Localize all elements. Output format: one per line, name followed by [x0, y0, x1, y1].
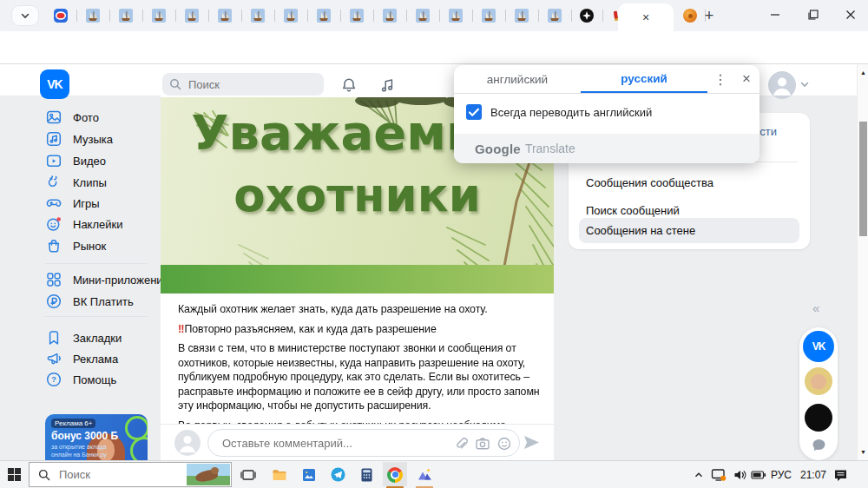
partial-link[interactable]: сти — [760, 125, 777, 138]
collapse-chevrons-icon[interactable]: « — [812, 300, 819, 315]
tab-ship-14[interactable] — [505, 4, 538, 27]
photos-app-button[interactable] — [297, 461, 321, 488]
popup-close-icon[interactable]: × — [733, 65, 760, 93]
vk-logo[interactable]: VK — [40, 69, 69, 99]
tab-close-icon[interactable]: × — [642, 10, 649, 24]
checkbox-checked-icon[interactable] — [466, 104, 482, 120]
tab-media[interactable] — [45, 4, 76, 27]
sidebar-item-help[interactable]: ?Помощь — [45, 369, 158, 390]
telegram-button[interactable] — [326, 461, 350, 488]
chevron-down-icon[interactable] — [799, 79, 810, 89]
tab-english[interactable]: английский — [454, 65, 581, 93]
sidebar-item-video[interactable]: Видео — [45, 150, 158, 171]
paperclip-icon[interactable] — [453, 436, 469, 452]
always-translate-row[interactable]: Всегда переводить английский — [466, 104, 652, 120]
battery-button[interactable] — [748, 461, 769, 488]
vk-search-input[interactable] — [187, 77, 303, 92]
send-icon[interactable] — [523, 435, 540, 450]
smiley-icon[interactable] — [496, 436, 512, 452]
taskbar-search-input[interactable] — [57, 467, 165, 482]
tab-russian[interactable]: русский — [581, 65, 707, 93]
popup-kebab-icon[interactable]: ⋮ — [707, 65, 733, 93]
sidebar-item-photos[interactable]: Фото — [45, 107, 158, 128]
ship-favicon — [383, 9, 397, 23]
vk-profile-avatar[interactable] — [768, 71, 796, 99]
post-line: Каждый охотник желает знать, куда дать р… — [178, 302, 539, 317]
search-icon — [169, 78, 181, 90]
dock-avatar-1[interactable] — [805, 367, 832, 395]
camera-icon[interactable] — [475, 436, 490, 452]
window-close-button[interactable] — [832, 0, 868, 30]
page-scrollbar[interactable]: ▲ ▼ — [857, 64, 868, 460]
comment-input[interactable] — [220, 436, 424, 451]
action-center-icon — [833, 468, 848, 482]
speech-bubble-icon[interactable] — [812, 439, 826, 452]
dock-vk-logo[interactable]: VK — [803, 331, 834, 362]
tab-ship-6[interactable] — [241, 4, 274, 27]
ad-banner[interactable]: Реклама 6+ бонус 3000 Б за открытие вкла… — [45, 414, 148, 460]
task-view-button[interactable] — [236, 461, 260, 488]
language-indicator[interactable]: РУС — [771, 461, 792, 488]
wall-menu-item-1[interactable]: Сообщения сообщества — [579, 170, 799, 195]
tab-ship-15[interactable] — [538, 4, 571, 27]
sidebar-item-market[interactable]: Рынок — [45, 235, 158, 256]
active-tab[interactable]: × — [618, 3, 674, 31]
file-explorer-button[interactable] — [267, 461, 292, 488]
tab-ship-11[interactable] — [406, 4, 439, 27]
vk-search[interactable] — [162, 73, 324, 96]
desktop: × + vk.com/wall-195763880_4503 — [0, 0, 868, 488]
post-line: ‼Повторно разъясняем, как и куда дать ра… — [178, 322, 539, 337]
sidebar-item-music[interactable]: Музыка — [45, 129, 158, 149]
photos-icon — [45, 109, 62, 126]
sidebar-item-ads[interactable]: Реклама — [45, 348, 158, 369]
tray-display-button[interactable] — [708, 461, 729, 488]
taskbar-search[interactable] — [29, 462, 232, 487]
scroll-up-arrow[interactable]: ▲ — [858, 69, 868, 76]
tab-ship-10[interactable] — [373, 4, 406, 27]
vkpay-icon — [45, 293, 62, 310]
tab-search-button[interactable] — [12, 6, 38, 25]
post-line: охотников, которые неизвестны, куда напр… — [178, 356, 539, 371]
bell-icon[interactable] — [340, 76, 358, 94]
miniapps-icon — [45, 271, 62, 288]
always-translate-label: Всегда переводить английский — [490, 106, 652, 119]
window-maximize-button[interactable] — [794, 0, 832, 30]
tab-sparkle[interactable] — [571, 4, 602, 27]
tab-ship-9[interactable] — [340, 4, 373, 27]
scroll-down-arrow[interactable]: ▼ — [858, 449, 868, 455]
chrome-button[interactable] — [383, 461, 407, 488]
window-minimize-button[interactable] — [756, 0, 794, 30]
calculator-button[interactable] — [354, 461, 378, 488]
tab-ship-12[interactable] — [439, 4, 472, 27]
tab-ship-2[interactable] — [109, 4, 142, 27]
tab-ship-7[interactable] — [274, 4, 307, 27]
music-note-icon[interactable] — [379, 76, 397, 94]
new-tab-button[interactable]: + — [698, 6, 720, 25]
tab-ship-3[interactable] — [142, 4, 175, 27]
mountains-app-button[interactable] — [412, 461, 437, 488]
sidebar-item-bookmarks[interactable]: Закладки — [45, 327, 158, 348]
comment-bar — [161, 424, 554, 460]
windows-start-icon — [8, 468, 21, 481]
post-line: В связи с тем, что в министерстве поступ… — [178, 341, 539, 356]
start-button[interactable] — [0, 461, 29, 488]
tab-ship-13[interactable] — [472, 4, 505, 27]
scroll-thumb[interactable] — [859, 122, 867, 236]
volume-button[interactable] — [731, 461, 750, 488]
tab-ship-8[interactable] — [307, 4, 340, 27]
sidebar-item-stickers[interactable]: Наклейки — [45, 214, 158, 234]
tray-expand-button[interactable] — [690, 461, 707, 488]
wall-menu-item-3[interactable]: Сообщения на стене — [579, 218, 799, 243]
clock[interactable]: 21:07 — [800, 461, 826, 488]
search-daily-image[interactable] — [187, 464, 230, 485]
sidebar-item-vkpay[interactable]: ВК Платить — [45, 291, 158, 312]
tab-ship-5[interactable] — [208, 4, 241, 27]
tab-ship-4[interactable] — [175, 4, 208, 27]
action-center-button[interactable] — [829, 461, 852, 488]
sidebar-item-clips[interactable]: Клипы — [45, 172, 158, 193]
comment-input-pill[interactable] — [207, 429, 520, 457]
tab-ship-1[interactable] — [76, 4, 109, 27]
dock-avatar-2[interactable] — [805, 404, 832, 432]
sidebar-item-miniapps[interactable]: Мини-приложения — [45, 269, 158, 290]
sidebar-item-games[interactable]: Игры — [45, 193, 158, 214]
